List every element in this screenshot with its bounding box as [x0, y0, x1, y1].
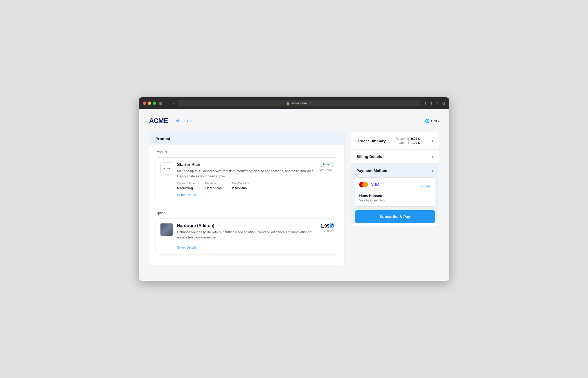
oneoff-price: 1,99 € [411, 141, 420, 145]
svg-rect-2 [163, 228, 170, 232]
product-panel-header: Product [149, 132, 344, 145]
hardware-thumbnail [160, 223, 173, 236]
radio-circle [329, 223, 334, 228]
duration: Duration 12 Months [205, 182, 222, 190]
hardware-card: Hardware (Add-on) Enhance your daily lif… [156, 219, 338, 255]
minimize-button[interactable] [148, 101, 151, 105]
recurring-price-row: Recurring 9,99 € [395, 137, 420, 141]
starter-plan-price-period: per month [319, 168, 333, 171]
starter-plan-card: ACME Starter Plan Manage up to 10 device… [156, 157, 338, 202]
svg-rect-1 [163, 227, 171, 232]
edit-label: Edit [425, 184, 431, 188]
billing-details-row[interactable]: Billing Details ▾ [351, 150, 439, 164]
hardware-price-period: one-off [320, 229, 333, 232]
recurring-price: 9,99 € [411, 137, 420, 141]
min-duration-value: 2 Months [232, 186, 247, 190]
starter-plan-show-details[interactable]: Show Details [177, 193, 197, 197]
option-section: Option Ha [149, 206, 344, 265]
card-type: Visa by Computop [359, 199, 431, 202]
min-duration: Min. Duration 2 Months [232, 182, 249, 190]
toolbar-actions: ⬇ ⬆ ＋ ⧉ [424, 100, 445, 106]
sidebar-toggle-button[interactable]: ⊟ [159, 101, 162, 105]
starter-plan-description: Manage up to 10 devices with real-time m… [177, 169, 315, 179]
contract-type: Contract Type Recurring [177, 182, 195, 190]
order-summary-row[interactable]: Order Summary Recurring 9,99 € One-off 1… [351, 132, 439, 150]
hardware-show-details[interactable]: Show Details [177, 245, 197, 249]
order-summary-panel: Order Summary Recurring 9,99 € One-off 1… [351, 132, 439, 227]
hardware-image [160, 223, 173, 236]
forward-button[interactable]: › [172, 101, 175, 106]
acme-mini-logo: ACME [163, 167, 170, 170]
starter-plan-name: Starter Plan [177, 162, 315, 167]
refresh-icon[interactable]: ↻ [310, 101, 313, 105]
lock-icon: 🔒 [286, 101, 290, 105]
page-content: ACME About Us 🌐 ENG Product Product ACME [139, 109, 449, 281]
edit-pencil-icon: ✏ [421, 184, 424, 188]
main-layout: Product Product ACME Starter Plan Manage… [149, 132, 439, 265]
svg-rect-0 [160, 223, 173, 236]
address-bar[interactable]: 🔒 acme.com ↻ [178, 100, 421, 106]
contract-type-label: Contract Type [177, 182, 195, 185]
globe-icon: 🌐 [425, 119, 430, 123]
edit-payment-button[interactable]: ✏ Edit [421, 184, 431, 188]
payment-method-body: VISA ✏ Edit Hans Hansen Visa by Computop [355, 177, 435, 207]
starter-plan-logo: ACME [160, 162, 173, 175]
subscribe-pay-button[interactable]: Subscribe & Pay [355, 210, 435, 223]
back-button[interactable]: ‹ [165, 101, 169, 106]
about-us-link[interactable]: About Us [176, 119, 192, 123]
hardware-radio-select[interactable] [329, 223, 334, 228]
starter-plan-price: 9,99 € per month [319, 162, 333, 197]
duration-label: Duration [205, 182, 222, 185]
nav: ACME About Us 🌐 ENG [149, 117, 439, 125]
visa-icon: VISA [370, 182, 381, 187]
min-duration-label: Min. Duration [232, 182, 249, 185]
product-panel: Product Product ACME Starter Plan Manage… [149, 132, 345, 265]
oneoff-label: One-off [399, 141, 409, 145]
share-icon[interactable]: ⬆ [430, 101, 433, 106]
url-text: acme.com [291, 101, 307, 105]
fullscreen-button[interactable] [153, 101, 156, 105]
browser-window: ⊟ ‹ › 🔒 acme.com ↻ ⬇ ⬆ ＋ ⧉ ACME About Us… [139, 97, 449, 281]
hardware-description: Enhance your daily life with our cutting… [177, 230, 316, 240]
billing-details-chevron-icon: ▾ [432, 155, 433, 159]
language-label: ENG [431, 119, 439, 123]
oneoff-price-row: One-off 1,99 € [399, 141, 420, 145]
payment-method-title: Payment Method [356, 168, 387, 173]
payment-method-chevron-icon: ▴ [432, 169, 433, 173]
payment-card-icons: VISA [359, 182, 381, 187]
starter-plan-info: Starter Plan Manage up to 10 devices wit… [177, 162, 315, 197]
hardware-info: Hardware (Add-on) Enhance your daily lif… [177, 223, 316, 250]
download-icon[interactable]: ⬇ [424, 101, 427, 106]
cardholder-name: Hans Hansen [359, 194, 431, 198]
traffic-lights [143, 101, 156, 105]
radio-circle-inner [330, 224, 333, 227]
mastercard-icon [359, 182, 368, 187]
new-tab-icon[interactable]: ＋ [436, 100, 440, 106]
product-section: Product ACME Starter Plan Manage up to 1… [149, 145, 344, 202]
payment-method-header[interactable]: Payment Method ▴ [351, 164, 439, 177]
starter-plan-meta: Contract Type Recurring Duration 12 Mont… [177, 182, 315, 190]
language-selector[interactable]: 🌐 ENG [425, 119, 439, 123]
billing-details-title: Billing Details [356, 154, 382, 159]
svg-rect-3 [164, 228, 170, 231]
contract-type-value: Recurring [177, 186, 193, 190]
logo: ACME [149, 117, 168, 125]
hardware-name: Hardware (Add-on) [177, 223, 316, 228]
product-section-label: Product [156, 150, 338, 154]
tabs-icon[interactable]: ⧉ [442, 101, 445, 106]
option-section-label: Option [156, 211, 338, 215]
payment-method-section: Payment Method ▴ VISA [351, 164, 439, 223]
svg-point-4 [169, 232, 170, 233]
recurring-label: Recurring [395, 137, 409, 141]
active-badge: Active [320, 162, 334, 166]
order-summary-title: Order Summary [356, 139, 386, 143]
payment-card-row: VISA ✏ Edit [359, 182, 431, 191]
duration-value: 12 Months [205, 186, 222, 190]
close-button[interactable] [143, 101, 146, 105]
browser-toolbar: ⊟ ‹ › 🔒 acme.com ↻ ⬇ ⬆ ＋ ⧉ [139, 97, 449, 109]
order-summary-chevron-icon: ▾ [432, 139, 433, 143]
mc-right [362, 182, 368, 187]
order-summary-prices: Recurring 9,99 € One-off 1,99 € [395, 137, 420, 145]
